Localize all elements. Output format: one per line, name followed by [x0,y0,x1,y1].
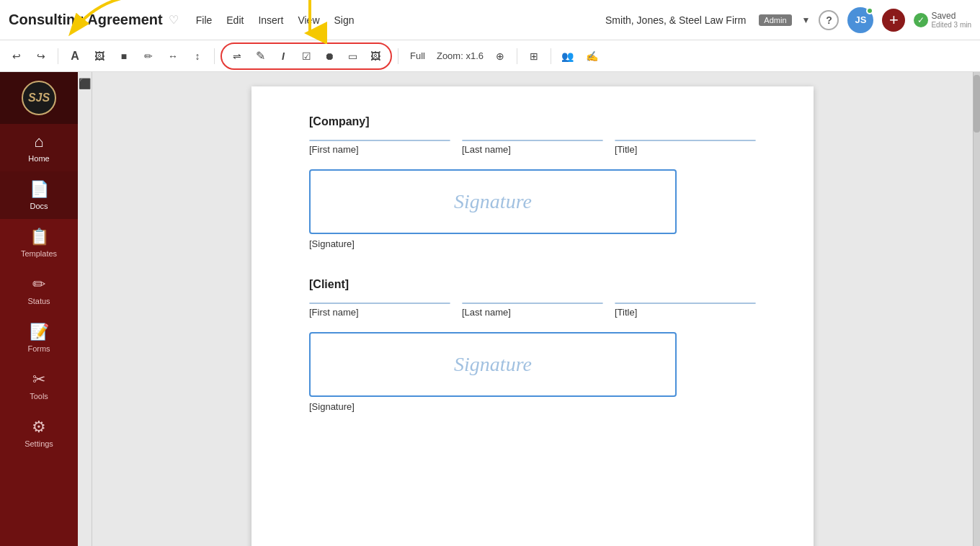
client-lastname-field[interactable] [462,303,603,304]
client-title-col: [Title] [615,303,756,318]
sidebar-item-tools[interactable]: ✂ Tools [0,362,78,409]
collab-button-1[interactable]: 👥 [557,45,579,67]
text-button[interactable]: A [64,45,86,67]
company-title-field[interactable] [615,140,756,141]
company-firstname-label: [First name] [309,144,450,155]
company-sig-label: [Signature] [309,238,756,249]
avatar-status-dot [866,7,873,14]
shape-button[interactable]: ■ [113,45,135,67]
templates-icon: 📋 [30,228,49,246]
sidebar-item-docs[interactable]: 📄 Docs [0,171,78,219]
favorite-icon[interactable]: ♡ [169,13,179,27]
client-fields-row: [First name] [Last name] [Title] [309,303,756,318]
client-sig-label: [Signature] [309,401,756,412]
table-button[interactable]: ⊞ [523,45,545,67]
image-button[interactable]: 🖼 [89,45,110,67]
forms-icon: 📝 [30,323,49,341]
home-label: Home [28,154,49,163]
help-button[interactable]: ? [819,10,839,30]
toolbar-separator-3 [398,48,398,64]
document-page: [Company] [First name] [Last name] [Titl… [251,86,814,546]
toolbar-separator-4 [517,48,517,64]
company-section-label: [Company] [309,115,756,128]
scrollbar-thumb[interactable] [974,75,980,133]
forms-label: Forms [27,344,50,353]
sidebar-item-home[interactable]: ⌂ Home [0,124,78,171]
company-signature-text: Signature [454,190,532,213]
sidebar-item-templates[interactable]: 📋 Templates [0,219,78,267]
main-layout: SJS ⌂ Home 📄 Docs 📋 Templates ✏ Status 📝… [0,72,980,546]
company-lastname-label: [Last name] [462,144,603,155]
client-firstname-col: [First name] [309,303,450,318]
menu-sign[interactable]: Sign [334,14,355,26]
client-lastname-col: [Last name] [462,303,603,318]
tools-icon: ✂ [32,370,45,389]
client-title-field[interactable] [615,303,756,304]
toolbar-separator-5 [551,48,551,64]
status-icon: ✏ [32,275,45,294]
settings-label: Settings [24,439,53,448]
company-firstname-field[interactable] [309,140,450,141]
client-signature-section: Signature [Signature] [309,332,756,412]
field-button-6[interactable]: ▭ [342,45,363,67]
saved-info: ✓ Saved Edited 3 min [914,11,971,29]
collab-button-2[interactable]: ✍ [582,45,603,67]
resize-v-button[interactable]: ↕ [187,45,208,67]
home-icon: ⌂ [34,133,43,151]
field-button-3[interactable]: I [272,45,294,67]
sidebar-item-settings[interactable]: ⚙ Settings [0,409,78,457]
company-fields-row: [First name] [Last name] [Title] [309,140,756,155]
menu-bar: File Edit Insert View Sign [196,14,355,26]
zoom-full-button[interactable]: Full [404,49,431,63]
top-right-area: Smith, Jones, & Steel Law Firm Admin ▼ ?… [605,7,971,33]
company-lastname-field[interactable] [462,140,603,141]
draw-button[interactable]: ✏ [138,45,159,67]
company-signature-box[interactable]: Signature [309,169,677,234]
resize-h-button[interactable]: ↔ [162,45,184,67]
top-bar: Consulting Agreement ♡ File Edit Insert … [0,0,980,40]
admin-dropdown-icon[interactable]: ▼ [802,15,811,25]
logo-monogram[interactable]: SJS [22,81,56,115]
field-tools-group: ⇌ ✎ I ☑ ⏺ ▭ 🖼 [220,42,392,70]
menu-edit[interactable]: Edit [226,14,244,26]
avatar-initials: JS [855,14,866,25]
toolbar: ↩ ↪ A 🖼 ■ ✏ ↔ ↕ ⇌ ✎ I ☑ ⏺ ▭ 🖼 Full Zoom:… [0,40,980,72]
company-title-label: [Title] [615,144,756,155]
saved-label: Saved [931,11,971,21]
sidebar-item-status[interactable]: ✏ Status [0,267,78,314]
status-label: Status [27,297,50,305]
add-button[interactable]: + [882,9,905,32]
menu-file[interactable]: File [196,14,213,26]
templates-label: Templates [21,249,57,258]
field-button-5[interactable]: ⏺ [318,45,340,67]
admin-badge: Admin [759,14,791,26]
tools-label: Tools [30,392,48,400]
undo-button[interactable]: ↩ [6,45,27,67]
document-area[interactable]: [Company] [First name] [Last name] [Titl… [92,72,973,546]
menu-view[interactable]: View [298,14,319,26]
field-button-2[interactable]: ✎ [249,45,271,67]
document-title: Consulting Agreement [9,12,163,28]
field-button-1[interactable]: ⇌ [226,45,248,67]
firm-name: Smith, Jones, & Steel Law Firm [605,14,746,26]
docs-label: Docs [30,202,48,210]
sub-sidebar-icon[interactable]: ⬛ [79,78,91,89]
docs-icon: 📄 [30,180,49,199]
client-title-label: [Title] [615,307,756,318]
redo-button[interactable]: ↪ [30,45,52,67]
zoom-tool-button[interactable]: ⊕ [489,45,511,67]
field-button-4[interactable]: ☑ [295,45,317,67]
saved-checkmark: ✓ [914,13,928,27]
company-lastname-col: [Last name] [462,140,603,155]
settings-icon: ⚙ [32,418,46,437]
sidebar-item-forms[interactable]: 📝 Forms [0,314,78,362]
field-button-7[interactable]: 🖼 [365,45,386,67]
company-firstname-col: [First name] [309,140,450,155]
menu-insert[interactable]: Insert [258,14,283,26]
client-firstname-field[interactable] [309,303,450,304]
toolbar-separator-1 [58,48,58,64]
scrollbar-track[interactable] [973,72,980,546]
client-signature-box[interactable]: Signature [309,332,677,397]
user-avatar[interactable]: JS [847,7,873,33]
client-section-label: [Client] [309,278,756,291]
